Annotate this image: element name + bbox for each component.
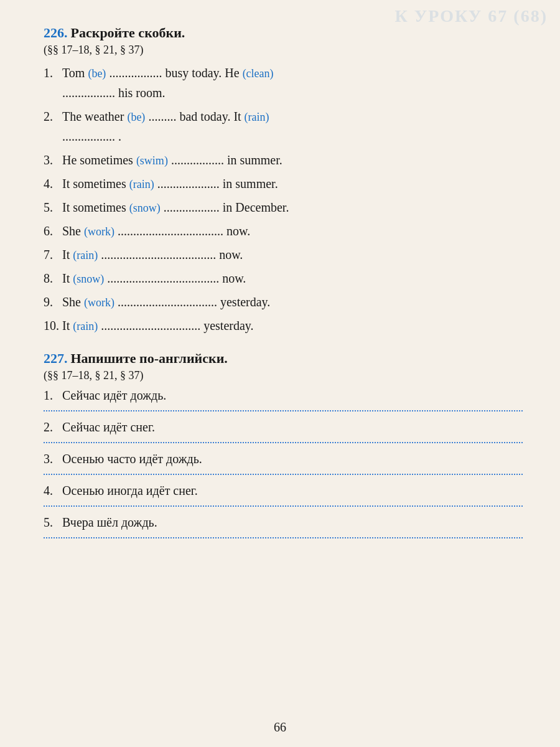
- exercise-227-header: 227. Напишите по-английски.: [44, 350, 523, 367]
- translate-num-5: 5.: [44, 515, 62, 530]
- exercise-227: 227. Напишите по-английски. (§§ 17–18, §…: [44, 350, 523, 538]
- exercise-227-list: 1. Сейчас идёт дождь. 2. Сейчас идёт сне…: [44, 388, 523, 538]
- sentence-item-3: 3. He sometimes (swim) .................…: [44, 150, 523, 170]
- translate-sentence-2: 2. Сейчас идёт снег.: [44, 420, 523, 435]
- answer-line-1: [44, 405, 523, 411]
- sentence-num-2: 2.: [44, 106, 62, 126]
- sentence-num-1: 1.: [44, 63, 62, 83]
- translate-sentence-5: 5. Вчера шёл дождь.: [44, 515, 523, 530]
- exercise-226: 226. Раскройте скобки.: [44, 25, 523, 41]
- translate-item-2: 2. Сейчас идёт снег.: [44, 420, 523, 443]
- translate-sentence-3: 3. Осенью часто идёт дождь.: [44, 452, 523, 466]
- sentence-text-4: It sometimes (rain) ....................…: [62, 174, 523, 194]
- sentence-num-5: 5.: [44, 197, 62, 217]
- sentence-text-3: He sometimes (swim) ................. in…: [62, 150, 523, 170]
- translate-item-4: 4. Осенью иногда идёт снег.: [44, 484, 523, 507]
- translate-num-1: 1.: [44, 388, 62, 403]
- exercise-226-refs: (§§ 17–18, § 21, § 37): [44, 44, 523, 57]
- sentence-num-7: 7.: [44, 245, 62, 265]
- sentence-item-7: 7. It (rain) ...........................…: [44, 245, 523, 265]
- sentence-text-10: It (rain) ..............................…: [62, 316, 523, 336]
- sentence-item-1: 1. Tom (be) ................. busy today…: [44, 63, 523, 103]
- translate-text-2: Сейчас идёт снег.: [62, 420, 155, 435]
- sentence-text-5: It sometimes (snow) .................. i…: [62, 197, 523, 217]
- sentence-text-6: She (work) .............................…: [62, 221, 523, 241]
- sentence-text-7: It (rain) ..............................…: [62, 245, 523, 265]
- sentence-num-4: 4.: [44, 174, 62, 194]
- sentence-item-5: 5. It sometimes (snow) .................…: [44, 197, 523, 217]
- translate-num-4: 4.: [44, 484, 62, 498]
- translate-item-1: 1. Сейчас идёт дождь.: [44, 388, 523, 411]
- sentence-num-10: 10.: [44, 316, 62, 336]
- exercise-227-title: Напишите по-английски.: [71, 350, 228, 366]
- sentence-item-4: 4. It sometimes (rain) .................…: [44, 174, 523, 194]
- translate-text-4: Осенью иногда идёт снег.: [62, 484, 198, 498]
- watermark: К УРОКУ 67 (68): [394, 6, 548, 26]
- sentence-num-8: 8.: [44, 268, 62, 288]
- answer-line-5: [44, 532, 523, 538]
- sentence-num-3: 3.: [44, 150, 62, 170]
- sentence-num-6: 6.: [44, 221, 62, 241]
- translate-sentence-4: 4. Осенью иногда идёт снег.: [44, 484, 523, 498]
- exercise-226-title: Раскройте скобки.: [71, 25, 185, 40]
- sentence-item-2: 2. The weather (be) ......... bad today.…: [44, 106, 523, 146]
- translate-num-3: 3.: [44, 452, 62, 466]
- sentence-text-1: Tom (be) ................. busy today. H…: [62, 63, 523, 103]
- sentence-item-10: 10. It (rain) ..........................…: [44, 316, 523, 336]
- sentence-item-8: 8. It (snow) ...........................…: [44, 268, 523, 288]
- translate-item-3: 3. Осенью часто идёт дождь.: [44, 452, 523, 475]
- sentence-item-6: 6. She (work) ..........................…: [44, 221, 523, 241]
- translate-sentence-1: 1. Сейчас идёт дождь.: [44, 388, 523, 403]
- exercise-226-number: 226.: [44, 25, 68, 40]
- translate-text-1: Сейчас идёт дождь.: [62, 388, 166, 403]
- sentence-num-9: 9.: [44, 292, 62, 312]
- translate-text-3: Осенью часто идёт дождь.: [62, 452, 202, 466]
- translate-num-2: 2.: [44, 420, 62, 435]
- sentence-text-2: The weather (be) ......... bad today. It…: [62, 106, 523, 146]
- sentence-text-9: She (work) .............................…: [62, 292, 523, 312]
- answer-line-3: [44, 469, 523, 475]
- answer-line-4: [44, 500, 523, 507]
- sentence-item-9: 9. She (work) ..........................…: [44, 292, 523, 312]
- exercise-227-refs: (§§ 17–18, § 21, § 37): [44, 369, 523, 382]
- translate-item-5: 5. Вчера шёл дождь.: [44, 515, 523, 538]
- exercise-227-number: 227.: [44, 350, 68, 366]
- sentence-text-8: It (snow) ..............................…: [62, 268, 523, 288]
- exercise-226-list: 1. Tom (be) ................. busy today…: [44, 63, 523, 336]
- page-number: 66: [0, 720, 560, 735]
- answer-line-2: [44, 437, 523, 443]
- translate-text-5: Вчера шёл дождь.: [62, 515, 157, 530]
